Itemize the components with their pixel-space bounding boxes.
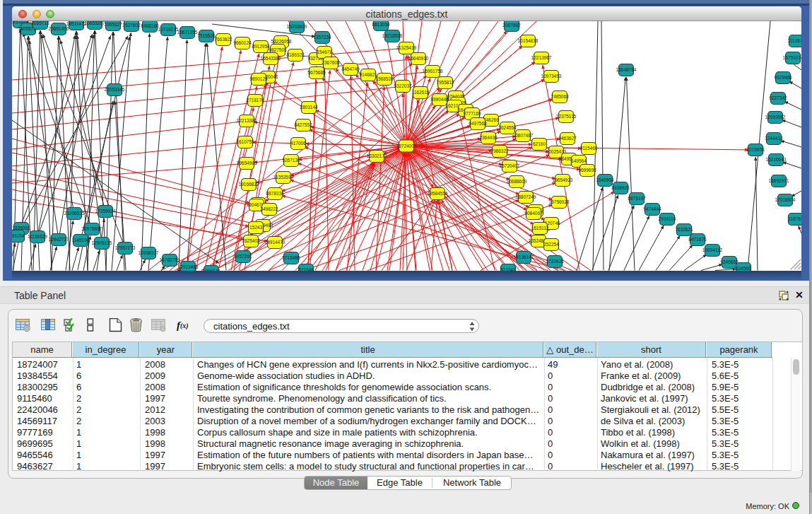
svg-text:571648: 571648 <box>298 267 314 271</box>
svg-text:19654983: 19654983 <box>237 160 257 165</box>
svg-text:5322037: 5322037 <box>394 83 412 88</box>
svg-text:2803144: 2803144 <box>300 105 318 110</box>
svg-text:10653267: 10653267 <box>85 21 105 25</box>
svg-text:15720407: 15720407 <box>500 163 520 168</box>
svg-text:1145194: 1145194 <box>72 238 90 243</box>
svg-text:15751074: 15751074 <box>783 55 801 60</box>
svg-text:7357234: 7357234 <box>313 35 331 40</box>
svg-text:1615112: 1615112 <box>531 226 549 230</box>
svg-text:7515526: 7515526 <box>197 33 216 38</box>
svg-text:11325419: 11325419 <box>396 45 417 50</box>
svg-text:22053346: 22053346 <box>105 87 125 92</box>
svg-text:7625402: 7625402 <box>242 238 260 243</box>
svg-text:17359924: 17359924 <box>95 209 116 214</box>
svg-text:1112674: 1112674 <box>788 38 801 43</box>
svg-text:7485063: 7485063 <box>551 94 569 99</box>
svg-text:252254: 252254 <box>543 242 559 247</box>
svg-text:16053809: 16053809 <box>287 24 307 29</box>
svg-text:12923468: 12923468 <box>178 264 199 269</box>
svg-text:17016504: 17016504 <box>775 197 796 202</box>
svg-text:1733426: 1733426 <box>546 259 564 264</box>
svg-text:12905135: 12905135 <box>92 240 112 245</box>
svg-text:8215955: 8215955 <box>746 147 765 152</box>
svg-text:6466160: 6466160 <box>141 23 159 28</box>
svg-text:8912954: 8912954 <box>252 44 270 49</box>
svg-text:9329966: 9329966 <box>774 75 792 80</box>
svg-text:62160: 62160 <box>533 141 546 146</box>
svg-text:10719135: 10719135 <box>158 27 179 32</box>
svg-text:13302173: 13302173 <box>367 153 387 158</box>
svg-text:30975867: 30975867 <box>82 226 102 231</box>
svg-text:19166827: 19166827 <box>239 182 259 187</box>
svg-text:9890125: 9890125 <box>249 76 268 81</box>
svg-text:10958107: 10958107 <box>139 250 159 255</box>
svg-text:5675685: 5675685 <box>307 70 326 75</box>
svg-text:16782759: 16782759 <box>160 257 180 262</box>
svg-text:16671355: 16671355 <box>177 30 198 35</box>
svg-text:16640910: 16640910 <box>408 56 429 61</box>
svg-text:9463627: 9463627 <box>558 136 577 141</box>
svg-text:9084067: 9084067 <box>524 211 543 216</box>
svg-text:2935114: 2935114 <box>659 216 676 221</box>
svg-text:116753: 116753 <box>788 216 801 221</box>
svg-text:7663822: 7663822 <box>214 37 233 42</box>
svg-text:1244413: 1244413 <box>765 136 783 141</box>
svg-text:20691406: 20691406 <box>49 26 69 31</box>
svg-text:12375115: 12375115 <box>556 114 577 119</box>
svg-text:19756928: 19756928 <box>549 199 570 204</box>
svg-text:(x): (x) <box>180 322 189 330</box>
svg-text:8186323: 8186323 <box>286 52 305 57</box>
svg-text:12942737: 12942737 <box>49 237 69 242</box>
svg-text:9245652: 9245652 <box>720 259 739 264</box>
svg-text:14914479: 14914479 <box>265 240 286 245</box>
svg-text:16648784: 16648784 <box>616 67 637 72</box>
svg-text:8938923: 8938923 <box>611 185 630 190</box>
svg-text:10154838: 10154838 <box>518 38 539 43</box>
svg-text:9474444: 9474444 <box>643 206 661 211</box>
svg-text:19584554: 19584554 <box>428 191 448 196</box>
svg-text:1065327: 1065327 <box>104 22 122 27</box>
svg-text:10654112: 10654112 <box>702 247 723 252</box>
svg-text:7986322: 7986322 <box>490 148 509 153</box>
svg-text:9227342: 9227342 <box>769 95 787 100</box>
svg-text:2087682: 2087682 <box>502 23 521 28</box>
svg-text:417006: 417006 <box>290 141 306 146</box>
svg-text:19654923: 19654923 <box>553 177 573 182</box>
svg-text:1610755: 1610755 <box>236 139 254 144</box>
svg-text:12213382: 12213382 <box>237 118 257 123</box>
svg-text:18807249: 18807249 <box>516 194 536 199</box>
svg-text:9115460: 9115460 <box>580 146 598 151</box>
svg-text:3498222: 3498222 <box>260 206 278 211</box>
svg-text:14136141: 14136141 <box>514 255 534 259</box>
svg-text:3624554: 3624554 <box>498 125 517 130</box>
svg-text:19218506: 19218506 <box>382 33 403 38</box>
svg-text:9146821: 9146821 <box>359 72 377 77</box>
svg-text:6497568: 6497568 <box>469 121 487 126</box>
svg-text:9457291: 9457291 <box>234 254 252 259</box>
svg-text:9660124: 9660124 <box>233 40 252 45</box>
svg-text:2367608: 2367608 <box>322 60 340 65</box>
svg-text:20206535: 20206535 <box>64 211 85 216</box>
svg-text:16210643: 16210643 <box>766 157 787 162</box>
svg-text:391154: 391154 <box>12 233 25 238</box>
svg-text:8427552: 8427552 <box>294 122 312 127</box>
svg-text:8990448: 8990448 <box>430 97 449 102</box>
svg-text:6879197: 6879197 <box>628 196 646 201</box>
svg-text:53226058: 53226058 <box>271 39 292 44</box>
svg-text:9827503: 9827503 <box>269 47 287 52</box>
svg-text:2364436: 2364436 <box>479 135 498 140</box>
svg-text:7955812: 7955812 <box>436 80 454 85</box>
svg-text:1588520: 1588520 <box>375 76 394 81</box>
svg-text:16961758: 16961758 <box>423 69 443 74</box>
svg-text:5716485: 5716485 <box>282 255 300 260</box>
svg-text:1292346: 1292346 <box>202 269 220 271</box>
svg-text:10688609: 10688609 <box>507 179 527 184</box>
svg-text:2055713: 2055713 <box>31 21 49 25</box>
svg-text:8454749: 8454749 <box>341 66 360 71</box>
svg-text:12093582: 12093582 <box>765 115 786 119</box>
svg-text:1162615: 1162615 <box>412 90 430 95</box>
svg-text:149564: 149564 <box>571 158 587 163</box>
svg-text:10807487: 10807487 <box>513 133 534 138</box>
svg-text:17957273: 17957273 <box>115 245 136 250</box>
svg-text:18724007: 18724007 <box>396 144 417 148</box>
